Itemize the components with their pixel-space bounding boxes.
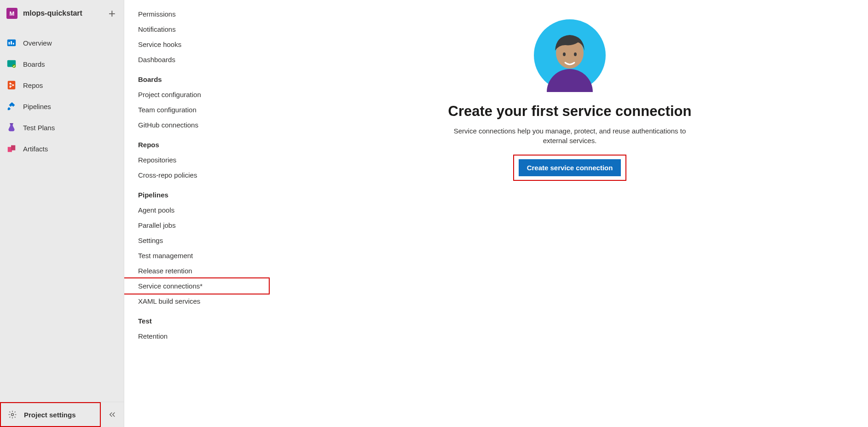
project-name[interactable]: mlops-quickstart bbox=[23, 9, 101, 17]
settings-link-parallel-jobs[interactable]: Parallel jobs bbox=[124, 218, 272, 233]
nav-label: Artifacts bbox=[23, 145, 48, 153]
page-description: Service connections help you manage, pro… bbox=[446, 126, 694, 145]
nav-item-test-plans[interactable]: Test Plans bbox=[0, 117, 124, 138]
collapse-sidebar-button[interactable] bbox=[101, 404, 124, 425]
settings-group-pipelines: Pipelines bbox=[124, 183, 272, 202]
cta-highlight-box: Create service connection bbox=[513, 155, 627, 181]
settings-link-service-hooks[interactable]: Service hooks bbox=[124, 37, 272, 52]
nav-label: Overview bbox=[23, 39, 52, 47]
project-sidebar: M mlops-quickstart + Overview Boards Rep… bbox=[0, 0, 124, 427]
nav-label: Test Plans bbox=[23, 124, 55, 132]
settings-link-release-retention[interactable]: Release retention bbox=[124, 263, 272, 278]
settings-link-agent-pools[interactable]: Agent pools bbox=[124, 202, 272, 218]
settings-link-project-configuration[interactable]: Project configuration bbox=[124, 87, 272, 102]
settings-link-cross-repo-policies[interactable]: Cross-repo policies bbox=[124, 167, 272, 183]
gear-icon bbox=[7, 410, 17, 420]
settings-link-repositories[interactable]: Repositories bbox=[124, 152, 272, 167]
empty-state-illustration bbox=[533, 18, 607, 92]
svg-point-13 bbox=[12, 414, 14, 416]
svg-point-7 bbox=[9, 83, 11, 85]
svg-rect-12 bbox=[11, 145, 15, 150]
nav-item-boards[interactable]: Boards bbox=[0, 53, 124, 75]
project-settings-button[interactable]: Project settings bbox=[0, 402, 101, 427]
svg-rect-6 bbox=[8, 81, 16, 89]
boards-icon bbox=[6, 59, 17, 69]
svg-point-8 bbox=[9, 86, 11, 88]
artifacts-icon bbox=[6, 144, 17, 154]
settings-group-test: Test bbox=[124, 309, 272, 329]
settings-link-team-configuration[interactable]: Team configuration bbox=[124, 102, 272, 117]
settings-link-retention[interactable]: Retention bbox=[124, 329, 272, 344]
svg-rect-1 bbox=[9, 42, 10, 45]
svg-rect-3 bbox=[13, 43, 14, 45]
overview-icon bbox=[6, 38, 17, 48]
settings-group-boards: Boards bbox=[124, 67, 272, 87]
svg-rect-2 bbox=[11, 41, 12, 44]
settings-group-repos: Repos bbox=[124, 133, 272, 152]
svg-point-17 bbox=[574, 52, 577, 56]
project-avatar[interactable]: M bbox=[6, 8, 17, 19]
settings-link-xaml-build-services[interactable]: XAML build services bbox=[124, 294, 272, 309]
settings-link-test-management[interactable]: Test management bbox=[124, 248, 272, 263]
nav-item-overview[interactable]: Overview bbox=[0, 32, 124, 53]
svg-point-16 bbox=[563, 52, 566, 56]
project-settings-label: Project settings bbox=[24, 411, 76, 419]
svg-rect-10 bbox=[10, 123, 13, 124]
settings-link-permissions[interactable]: Permissions bbox=[124, 6, 272, 22]
nav-list: Overview Boards Repos Pipelines Test Pla… bbox=[0, 24, 124, 159]
plus-icon: + bbox=[109, 6, 116, 20]
repos-icon bbox=[6, 80, 17, 90]
test-plans-icon bbox=[6, 122, 17, 133]
page-title: Create your first service connection bbox=[448, 103, 692, 120]
nav-label: Boards bbox=[23, 60, 45, 68]
settings-link-settings[interactable]: Settings bbox=[124, 233, 272, 248]
pipelines-icon bbox=[6, 101, 17, 111]
add-button[interactable]: + bbox=[107, 7, 117, 19]
sidebar-header: M mlops-quickstart + bbox=[0, 0, 124, 24]
svg-point-9 bbox=[12, 84, 14, 86]
settings-nav[interactable]: Permissions Notifications Service hooks … bbox=[124, 0, 272, 427]
settings-link-dashboards[interactable]: Dashboards bbox=[124, 52, 272, 67]
nav-item-repos[interactable]: Repos bbox=[0, 75, 124, 96]
nav-label: Repos bbox=[23, 81, 43, 89]
create-service-connection-button[interactable]: Create service connection bbox=[519, 159, 621, 176]
sidebar-footer: Project settings bbox=[0, 402, 124, 427]
chevron-double-left-icon bbox=[108, 410, 116, 419]
nav-item-pipelines[interactable]: Pipelines bbox=[0, 96, 124, 117]
nav-item-artifacts[interactable]: Artifacts bbox=[0, 138, 124, 159]
settings-link-github-connections[interactable]: GitHub connections bbox=[124, 117, 272, 133]
nav-label: Pipelines bbox=[23, 103, 51, 110]
settings-link-notifications[interactable]: Notifications bbox=[124, 22, 272, 37]
settings-link-service-connections[interactable]: Service connections* bbox=[124, 277, 270, 294]
main-content: Create your first service connection Ser… bbox=[272, 0, 868, 427]
